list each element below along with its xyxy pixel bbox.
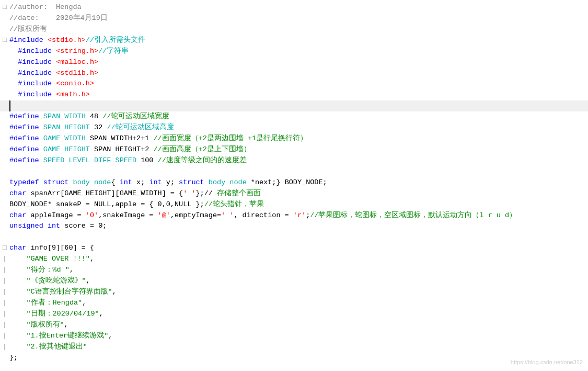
code-6: #include <malloc.h> — [9, 57, 588, 68]
code-21: unsigned int score = 0; — [9, 221, 588, 232]
code-20: char appleImage = '0',snakeImage = '@',e… — [9, 210, 588, 221]
code-15: #define SPEED_LEVEL_DIFF_SPEED 100 //速度等… — [9, 155, 588, 166]
gutter-27: | — [2, 287, 9, 297]
code-3: //版权所有 — [9, 24, 588, 35]
line-8: #include <conio.h> — [0, 78, 588, 89]
gutter-30: | — [2, 320, 9, 330]
code-12: #define SPAN_HEIGHT 32 //蛇可运动区域高度 — [9, 122, 588, 133]
line-25: | "得分：%d ", — [0, 265, 588, 276]
code-2: //date: 2020年4月19日 — [9, 13, 588, 24]
code-18: char spanArr[GAME_HEIGHT][GAME_WIDTH] = … — [9, 188, 588, 199]
code-32: "2.按其他键退出" — [9, 342, 588, 353]
code-19: BODY_NODE* snakeP = NULL,apple = { 0,0,N… — [9, 199, 588, 210]
code-5: #include <string.h>//字符串 — [9, 46, 588, 57]
line-28: | "作者：Hengda", — [0, 298, 588, 309]
code-23: char info[9][60] = { — [9, 243, 588, 254]
code-11: #define SPAN_WIDTH 48 //蛇可运动区域宽度 — [9, 111, 588, 122]
code-4: #include <stdio.h>//引入所需头文件 — [9, 35, 588, 46]
line-26: | "《贪吃蛇游戏》", — [0, 276, 588, 287]
line-24: | "GAME OVER !!!", — [0, 254, 588, 265]
gutter-29: | — [2, 309, 9, 319]
code-27: "C语言控制台字符界面版", — [9, 287, 588, 298]
line-9: #include <math.h> — [0, 89, 588, 100]
code-30: "版权所有", — [9, 320, 588, 331]
line-18: char spanArr[GAME_HEIGHT][GAME_WIDTH] = … — [0, 188, 588, 199]
gutter-23: □ — [2, 243, 9, 253]
gutter-24: | — [2, 254, 9, 264]
line-32: | "2.按其他键退出" — [0, 342, 588, 353]
line-31: | "1.按Enter键继续游戏", — [0, 331, 588, 342]
gutter-25: | — [2, 265, 9, 275]
code-33: }; — [9, 353, 588, 364]
gutter-26: | — [2, 276, 9, 286]
line-29: | "日期：2020/04/19", — [0, 309, 588, 320]
line-17: typedef struct body_node{ int x; int y; … — [0, 177, 588, 188]
gutter-28: | — [2, 298, 9, 308]
line-5: #include <string.h>//字符串 — [0, 46, 588, 57]
code-26: "《贪吃蛇游戏》", — [9, 276, 588, 287]
code-9: #include <math.h> — [9, 89, 588, 100]
line-12: #define SPAN_HEIGHT 32 //蛇可运动区域高度 — [0, 122, 588, 133]
code-28: "作者：Hengda", — [9, 298, 588, 309]
line-33: }; — [0, 353, 588, 364]
code-17: typedef struct body_node{ int x; int y; … — [9, 177, 588, 188]
gutter-1: □ — [2, 2, 9, 13]
line-15: #define SPEED_LEVEL_DIFF_SPEED 100 //速度等… — [0, 155, 588, 166]
line-4: □ #include <stdio.h>//引入所需头文件 — [0, 35, 588, 46]
code-29: "日期：2020/04/19", — [9, 309, 588, 320]
line-6: #include <malloc.h> — [0, 57, 588, 68]
line-16 — [0, 166, 588, 177]
watermark: https://blog.csdn.net/one312 — [511, 358, 583, 367]
code-editor: □ //author: Hengda //date: 2020年4月19日 //… — [0, 0, 588, 371]
gutter-32: | — [2, 342, 9, 352]
code-16 — [9, 166, 588, 177]
code-22 — [9, 232, 588, 243]
line-20: char appleImage = '0',snakeImage = '@',e… — [0, 210, 588, 221]
line-3: //版权所有 — [0, 24, 588, 35]
line-10 — [0, 100, 588, 111]
code-31: "1.按Enter键继续游戏", — [9, 331, 588, 342]
line-13: #define GAME_WIDTH SPAN_WIDTH+2+1 //画面宽度… — [0, 133, 588, 144]
line-22 — [0, 232, 588, 243]
code-25: "得分：%d ", — [9, 265, 588, 276]
line-2: //date: 2020年4月19日 — [0, 13, 588, 24]
code-14: #define GAME_HEIGHT SPAN_HEIGHT+2 //画面高度… — [9, 144, 588, 155]
gutter-4: □ — [2, 35, 9, 46]
line-1: □ //author: Hengda — [0, 2, 588, 13]
line-23: □ char info[9][60] = { — [0, 243, 588, 254]
line-11: #define SPAN_WIDTH 48 //蛇可运动区域宽度 — [0, 111, 588, 122]
line-7: #include <stdlib.h> — [0, 68, 588, 79]
line-14: #define GAME_HEIGHT SPAN_HEIGHT+2 //画面高度… — [0, 144, 588, 155]
code-13: #define GAME_WIDTH SPAN_WIDTH+2+1 //画面宽度… — [9, 133, 588, 144]
code-10 — [9, 100, 588, 111]
line-21: unsigned int score = 0; — [0, 221, 588, 232]
line-30: | "版权所有", — [0, 320, 588, 331]
line-27: | "C语言控制台字符界面版", — [0, 287, 588, 298]
code-1: //author: Hengda — [9, 2, 588, 13]
gutter-31: | — [2, 331, 9, 341]
line-19: BODY_NODE* snakeP = NULL,apple = { 0,0,N… — [0, 199, 588, 210]
code-24: "GAME OVER !!!", — [9, 254, 588, 265]
code-7: #include <stdlib.h> — [9, 68, 588, 79]
code-8: #include <conio.h> — [9, 78, 588, 89]
